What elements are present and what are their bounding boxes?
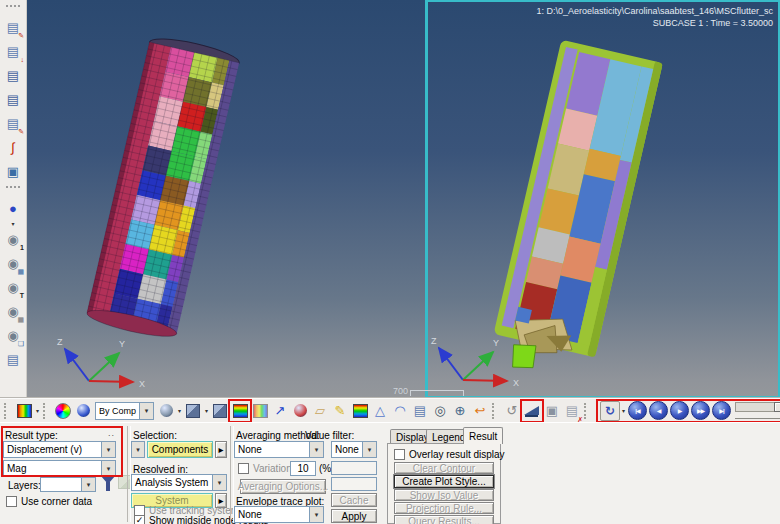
- first-frame-button[interactable]: |◀: [628, 401, 647, 420]
- contour-legend-icon[interactable]: [15, 402, 33, 420]
- scale-ruler: 700: [393, 386, 464, 396]
- components-button[interactable]: Components: [147, 441, 213, 458]
- chevron-down-icon[interactable]: [101, 442, 115, 457]
- panel-dots[interactable]: ..: [108, 428, 115, 438]
- previous-frame-button[interactable]: ◀: [649, 401, 668, 420]
- image-capture-icon[interactable]: ▣: [543, 402, 561, 420]
- position-entity-icon[interactable]: ⊕: [451, 402, 469, 420]
- tensor-plot-icon[interactable]: [291, 402, 309, 420]
- color-by-combo[interactable]: By Comp: [95, 402, 154, 420]
- chevron-down-icon[interactable]: [132, 442, 144, 457]
- remove-plot-icon[interactable]: ▤✗: [563, 402, 581, 420]
- chevron-down-icon[interactable]: [139, 403, 153, 419]
- frame-slider[interactable]: [735, 402, 780, 412]
- tab-result[interactable]: Result: [463, 427, 503, 444]
- render-style-icon-dropdown[interactable]: ▾: [10, 220, 17, 227]
- chevron-down-icon[interactable]: [212, 475, 226, 490]
- element-groups-icon[interactable]: [211, 402, 229, 420]
- shaded-cube-icon-dropdown[interactable]: ▾: [203, 407, 210, 414]
- copy-view-icon[interactable]: ◉❏: [4, 326, 22, 344]
- chevron-down-icon[interactable]: [101, 461, 115, 476]
- use-corner-data-checkbox[interactable]: Use corner data: [6, 496, 92, 507]
- wireframe-overlay-icon[interactable]: ◉▦: [4, 302, 22, 320]
- save-session-icon[interactable]: ▤: [4, 66, 22, 84]
- speed-slider[interactable]: [735, 415, 780, 419]
- chevron-down-icon[interactable]: [309, 442, 323, 457]
- viewport-left[interactable]: Z Y X: [27, 0, 425, 398]
- projection-rule-button[interactable]: Projection Rule...: [394, 502, 494, 514]
- toolbar-grip: [492, 403, 499, 419]
- create-plot-style-button[interactable]: Create Plot Style...: [394, 475, 494, 488]
- render-style-icon[interactable]: ●: [4, 199, 22, 217]
- import-model-icon[interactable]: ▤↓: [4, 42, 22, 60]
- entity-query-icon[interactable]: ◎: [431, 402, 449, 420]
- explode-view-icon[interactable]: △: [371, 402, 389, 420]
- averaging-method-select[interactable]: None: [234, 441, 324, 458]
- deformed-shape-icon[interactable]: ▱: [311, 402, 329, 420]
- notes-icon[interactable]: ▤: [4, 350, 22, 368]
- contour-light-icon[interactable]: [251, 402, 269, 420]
- contour-plot-icon[interactable]: [231, 402, 249, 420]
- value-filter-min-field[interactable]: [331, 461, 377, 475]
- mesh-style-icon-dropdown[interactable]: ▾: [176, 407, 183, 414]
- animation-mode-dropdown[interactable]: ▾: [620, 407, 627, 414]
- contour-panel: Result type: .. Displacement (v) Mag Lay…: [0, 422, 780, 524]
- query-results-button[interactable]: Query Results...: [394, 515, 494, 524]
- mesh-style-icon[interactable]: [157, 402, 175, 420]
- frame-slider-group: [735, 402, 780, 419]
- export-report-icon[interactable]: ▤: [4, 90, 22, 108]
- last-frame-button[interactable]: ▶|: [712, 401, 731, 420]
- filter-funnel-icon[interactable]: [100, 475, 116, 484]
- animation-mode-button[interactable]: ↻: [600, 401, 620, 421]
- envelope-trace-select[interactable]: None: [234, 506, 324, 523]
- chevron-down-icon[interactable]: [81, 478, 95, 491]
- edit-page-icon[interactable]: ▤✎: [4, 114, 22, 132]
- left-toolbar: ▤✎▤↓▤▤▤✎∫▣●▾◉1◉▦◉T◉▦◉❏▤: [0, 0, 27, 398]
- play-button[interactable]: ▶: [670, 401, 689, 420]
- resolved-in-select[interactable]: Analysis System: [131, 474, 227, 491]
- annotate-marker-icon[interactable]: ✎: [331, 402, 349, 420]
- viewport-right[interactable]: Z Y X 1: D:\0_Aeroelasticity\Carolina\sa…: [428, 0, 780, 398]
- toolbar-grip: [6, 186, 20, 192]
- iso-value-icon[interactable]: [351, 402, 369, 420]
- apply-button[interactable]: Apply: [331, 509, 377, 523]
- overlay-result-checkbox[interactable]: Overlay result display: [394, 449, 505, 460]
- show-hide-elements-icon[interactable]: ◉▦: [4, 254, 22, 272]
- selection-mode-select[interactable]: [131, 441, 145, 458]
- result-type-select[interactable]: Displacement (v): [3, 441, 116, 458]
- mask-display-icon[interactable]: ◉1: [4, 230, 22, 248]
- averaging-options-button[interactable]: Averaging Options...: [240, 479, 326, 494]
- chevron-down-icon[interactable]: [309, 507, 323, 522]
- chevron-down-icon[interactable]: [362, 442, 376, 457]
- cache-button[interactable]: Cache: [331, 493, 377, 507]
- color-wheel-icon[interactable]: [54, 402, 72, 420]
- tracking-system-icon[interactable]: [523, 402, 541, 420]
- toolbar-grip: [4, 403, 11, 419]
- plot-curve-icon[interactable]: ∫: [4, 138, 22, 156]
- deformed-wing-model: [487, 40, 663, 385]
- toolbar-grip: [43, 403, 50, 419]
- clear-contour-button[interactable]: Clear Contour: [394, 462, 494, 474]
- undo-view-icon[interactable]: ↩: [471, 402, 489, 420]
- animation-buttons: |◀◀▶▶▶▶|: [627, 401, 732, 420]
- meshed-cylinder-model: [85, 33, 241, 341]
- value-filter-select[interactable]: None: [331, 441, 377, 458]
- show-iso-value-button[interactable]: Show Iso Value: [394, 489, 494, 501]
- trace-entity-icon[interactable]: ↺: [503, 402, 521, 420]
- screen-capture-icon[interactable]: ▣: [4, 162, 22, 180]
- shaded-cube-icon[interactable]: [184, 402, 202, 420]
- extended-selection-button[interactable]: ▸: [215, 441, 227, 458]
- contour-legend-icon-dropdown[interactable]: ▾: [34, 407, 41, 414]
- next-frame-button[interactable]: ▶▶: [691, 401, 710, 420]
- layers-select[interactable]: [40, 477, 96, 492]
- legend-values-icon[interactable]: [74, 402, 92, 420]
- frame-slider-handle[interactable]: [774, 402, 780, 412]
- tracking-dish-icon[interactable]: ◠: [391, 402, 409, 420]
- open-session-icon[interactable]: ▤✎: [4, 18, 22, 36]
- value-filter-max-field[interactable]: [331, 477, 377, 491]
- vector-plot-icon[interactable]: ↗: [271, 402, 289, 420]
- entity-labels-icon[interactable]: ◉T: [4, 278, 22, 296]
- note-attach-icon[interactable]: ▤: [411, 402, 429, 420]
- variation-value-field[interactable]: 10: [290, 461, 316, 476]
- right-model-graphic: Z Y X: [428, 2, 776, 396]
